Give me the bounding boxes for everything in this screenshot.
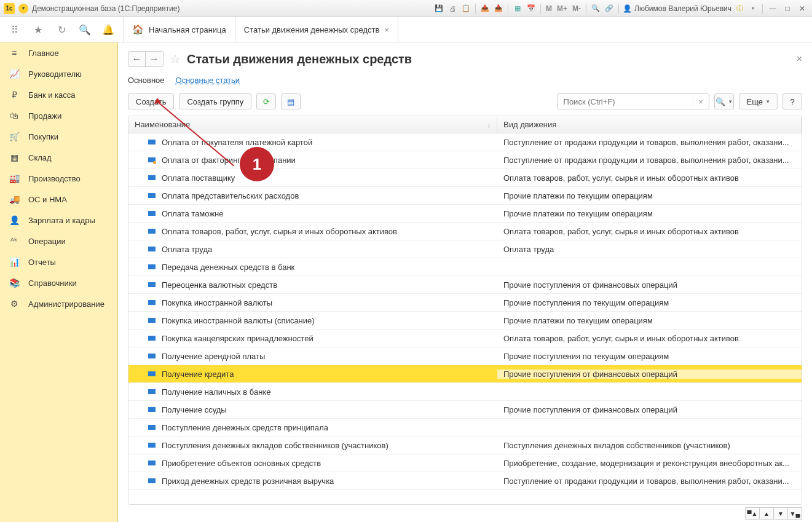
zoom-icon[interactable]: 🔍 (590, 3, 601, 14)
scroll-down-button[interactable]: ▼ (773, 507, 788, 520)
sidebar-item-11[interactable]: 📚Справочники (0, 272, 117, 293)
calendar-icon[interactable]: 📅 (526, 3, 537, 14)
memory-m[interactable]: M (545, 4, 553, 13)
sidebar-item-9[interactable]: ᴬᵏОперации (0, 231, 117, 251)
tab-home[interactable]: 🏠 Начальная страница (124, 17, 235, 42)
tab-close-icon[interactable]: × (384, 25, 389, 34)
tab-bar: 🏠 Начальная страница Статьи движения ден… (123, 17, 398, 42)
sidebar-icon: 🏭 (9, 173, 20, 183)
notifications-icon[interactable]: 🔔 (102, 23, 114, 36)
table-row[interactable]: Получение ссуды Прочие поступления от фи… (128, 401, 802, 419)
toolbar: Создать Создать группу ⟳ ▤ × 🔍▾ Еще▾ ? (128, 93, 802, 116)
item-icon (148, 461, 156, 465)
table-row[interactable]: Получение наличных в банке (128, 383, 802, 401)
sidebar-item-8[interactable]: 👤Зарплата и кадры (0, 210, 117, 231)
table-row[interactable]: Оплата труда Оплата труда (128, 240, 802, 258)
scroll-up-button[interactable]: ▲ (759, 507, 774, 520)
sidebar-item-0[interactable]: ≡Главное (0, 42, 117, 63)
page-close-button[interactable]: × (797, 53, 802, 65)
app-menu-dropdown[interactable]: ▾ (18, 4, 28, 14)
cell-type: Прочие поступления по текущим операциям (497, 298, 802, 307)
memory-m-minus[interactable]: M- (571, 4, 582, 13)
item-icon (148, 371, 156, 376)
minimize-button[interactable]: — (767, 4, 779, 14)
memory-m-plus[interactable]: M+ (556, 4, 569, 13)
sidebar-item-10[interactable]: 📊Отчеты (0, 251, 117, 272)
scroll-top-button[interactable]: ▀▲ (745, 507, 760, 520)
refresh-button[interactable]: ⟳ (256, 93, 276, 109)
window-title: Демонстрационная база (1С:Предприятие) (32, 4, 179, 13)
sidebar-item-12[interactable]: ⚙Администрирование (0, 293, 117, 314)
info-dropdown[interactable]: ▾ (747, 3, 759, 14)
sidebar-item-7[interactable]: 🚚ОС и НМА (0, 189, 117, 210)
table-row[interactable]: Приход денежных средств розничная выручк… (128, 472, 802, 490)
more-button[interactable]: Еще▾ (739, 93, 778, 109)
row-name-text: Передача денежных средств в банк (162, 263, 294, 272)
search-icon[interactable]: 🔍 (79, 23, 91, 36)
link-icon[interactable]: 🔗 (604, 3, 615, 14)
nav-forward-button[interactable]: → (146, 52, 163, 66)
subtab-main[interactable]: Основное (128, 76, 165, 85)
sidebar-item-3[interactable]: 🛍Продажи (0, 105, 117, 126)
table-row[interactable]: Поступления денежных вкладов собственник… (128, 437, 802, 454)
cell-type: Поступление от продажи продукции и товар… (497, 138, 802, 147)
sidebar-item-label: Справочники (28, 279, 77, 288)
home-icon: 🏠 (132, 24, 144, 35)
sidebar-icon: 👤 (9, 215, 20, 225)
table-row[interactable]: Передача денежных средств в банк (128, 258, 802, 276)
table-row[interactable]: Покупка канцелярских принадлежностей Опл… (128, 330, 802, 347)
copy-icon[interactable]: 📋 (460, 3, 471, 14)
current-user[interactable]: 👤 Любимов Валерий Юрьевич (623, 4, 731, 13)
receive-icon[interactable]: 📥 (493, 3, 504, 14)
info-icon[interactable]: ⓘ (734, 3, 745, 14)
table-row[interactable]: Оплата товаров, работ, услуг, сырья и ин… (128, 223, 802, 240)
column-type[interactable]: Вид движения (497, 116, 802, 133)
sidebar-item-1[interactable]: 📈Руководителю (0, 63, 117, 84)
save-icon[interactable]: 💾 (433, 3, 444, 14)
apps-icon[interactable]: ⠿ (9, 23, 21, 36)
sidebar-item-5[interactable]: ▦Склад (0, 147, 117, 168)
sidebar-item-label: Банк и касса (28, 90, 76, 100)
cell-name: Оплата товаров, работ, услуг, сырья и ин… (128, 227, 497, 236)
list-button[interactable]: ▤ (281, 93, 301, 109)
item-icon (148, 247, 156, 251)
table-row[interactable]: Покупка иностранной валюты Прочие поступ… (128, 294, 802, 312)
table-row[interactable]: Получение кредита Прочие поступления от … (128, 365, 802, 383)
search-input[interactable] (558, 94, 693, 109)
tab-cash-flow-items[interactable]: Статьи движения денежных средств × (235, 17, 398, 42)
favorite-star-icon[interactable]: ☆ (170, 52, 181, 66)
create-group-button[interactable]: Создать группу (179, 93, 251, 109)
subtab-main-items[interactable]: Основные статьи (176, 76, 240, 85)
table-row[interactable]: Оплата таможне Прочие платежи по текущим… (128, 205, 802, 223)
sidebar-item-2[interactable]: ₽Банк и касса (0, 84, 117, 105)
table-row[interactable]: Приобретение объектов основных средств П… (128, 454, 802, 472)
close-window-button[interactable]: ✕ (796, 4, 808, 14)
cell-type: Поступления денежных вкладов собственник… (497, 441, 802, 450)
favorites-icon[interactable]: ★ (32, 23, 44, 36)
calc-icon[interactable]: ▦ (512, 3, 523, 14)
row-name-text: Оплата от факторинговой компании (162, 156, 296, 165)
cell-name: Получение ссуды (128, 405, 497, 414)
cell-name: Приобретение объектов основных средств (128, 459, 497, 468)
table-row[interactable]: Оплата поставщику Оплата товаров, работ,… (128, 169, 802, 187)
table-row[interactable]: Оплата от факторинговой компании Поступл… (128, 151, 802, 169)
table-row[interactable]: Покупка иностранной валюты (списание) Пр… (128, 312, 802, 330)
find-button[interactable]: 🔍▾ (714, 93, 734, 109)
maximize-button[interactable]: □ (781, 4, 794, 14)
table-row[interactable]: Получение арендной платы Прочие поступле… (128, 347, 802, 365)
sidebar-item-4[interactable]: 🛒Покупки (0, 126, 117, 147)
table-row[interactable]: Переоценка валютных средств Прочие посту… (128, 276, 802, 294)
sidebar-item-6[interactable]: 🏭Производство (0, 168, 117, 189)
table-row[interactable]: Оплата представительских расходов Прочие… (128, 187, 802, 205)
cell-type: Приобретение, создание, модернизация и р… (497, 459, 802, 468)
print-icon[interactable]: 🖨 (447, 3, 458, 14)
nav-back-button[interactable]: ← (128, 52, 146, 66)
search-clear-icon[interactable]: × (693, 94, 709, 109)
table-row[interactable]: Поступление денежных средств принципала (128, 419, 802, 437)
scroll-bottom-button[interactable]: ▼▄ (787, 507, 802, 520)
history-icon[interactable]: ↻ (55, 23, 68, 36)
send-icon[interactable]: 📤 (479, 3, 491, 14)
table-row[interactable]: Оплата от покупателя платежной картой По… (128, 133, 802, 151)
help-button[interactable]: ? (782, 93, 802, 109)
create-button[interactable]: Создать (128, 93, 174, 109)
